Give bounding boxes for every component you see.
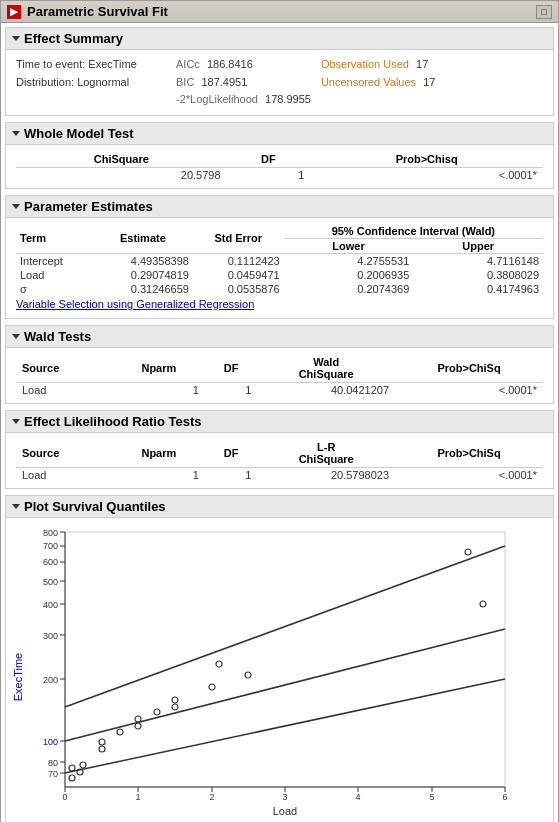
y-axis-label: ExecTime bbox=[12, 653, 24, 702]
wm-val-chisq: 20.5798 bbox=[16, 167, 227, 182]
bic-val: 187.4951 bbox=[201, 76, 247, 88]
pe-term: Intercept bbox=[16, 253, 93, 268]
wald-tests-toggle[interactable] bbox=[12, 334, 20, 339]
whole-model-section: Whole Model Test ChiSquare DF Prob>Chisq… bbox=[5, 122, 554, 189]
pe-upper: 0.3808029 bbox=[413, 268, 543, 282]
whole-model-title: Whole Model Test bbox=[24, 126, 134, 141]
wt-col-source: Source bbox=[16, 354, 113, 383]
wald-tests-table: Source Nparm DF WaldChiSquare Prob>ChiSq… bbox=[16, 354, 543, 397]
pe-upper: 4.7116148 bbox=[413, 253, 543, 268]
bic-row: BIC 187.4951 bbox=[176, 74, 311, 92]
pe-lower: 0.2074369 bbox=[284, 282, 414, 296]
wm-col-df: DF bbox=[227, 151, 311, 168]
window-icon: ▶ bbox=[7, 5, 21, 19]
survival-chart: ExecTime 800 700 bbox=[10, 522, 530, 822]
time-label: Time to event: ExecTime bbox=[16, 56, 166, 74]
aicc-label: AICc bbox=[176, 58, 200, 70]
pe-upper: 0.4174963 bbox=[413, 282, 543, 296]
effect-lr-title: Effect Likelihood Ratio Tests bbox=[24, 414, 201, 429]
whole-model-body: ChiSquare DF Prob>Chisq 20.5798 1 <.0001… bbox=[6, 145, 553, 188]
svg-text:6: 6 bbox=[502, 792, 507, 802]
svg-text:600: 600 bbox=[43, 557, 58, 567]
plot-title: Plot Survival Quantiles bbox=[24, 499, 166, 514]
param-estimates-table: Term Estimate Std Error 95% Confidence I… bbox=[16, 224, 543, 296]
info-right: Observation Used 17 Uncensored Values 17 bbox=[321, 56, 436, 109]
lr-col-chisq: L-RChiSquare bbox=[257, 439, 395, 468]
svg-text:100: 100 bbox=[43, 737, 58, 747]
uncensored-val: 17 bbox=[423, 76, 435, 88]
pe-stderr: 0.0459471 bbox=[193, 268, 284, 282]
pe-estimate: 4.49358398 bbox=[93, 253, 193, 268]
title-bar: ▶ Parametric Survival Fit □ bbox=[1, 1, 558, 23]
whole-model-table: ChiSquare DF Prob>Chisq 20.5798 1 <.0001… bbox=[16, 151, 543, 182]
obs-row: Observation Used 17 bbox=[321, 56, 436, 74]
svg-text:1: 1 bbox=[135, 792, 140, 802]
effect-lr-header[interactable]: Effect Likelihood Ratio Tests bbox=[6, 411, 553, 433]
x-axis-label: Load bbox=[273, 805, 297, 817]
whole-model-toggle[interactable] bbox=[12, 131, 20, 136]
pe-col-term: Term bbox=[16, 224, 93, 254]
main-content: Effect Summary Time to event: ExecTime D… bbox=[1, 23, 558, 822]
lr-prob: <.0001* bbox=[395, 467, 543, 482]
wt-col-nparm: Nparm bbox=[113, 354, 205, 383]
plot-section: Plot Survival Quantiles ExecTime bbox=[5, 495, 554, 822]
wt-col-df: DF bbox=[205, 354, 257, 383]
effect-summary-header[interactable]: Effect Summary bbox=[6, 28, 553, 50]
plot-toggle[interactable] bbox=[12, 504, 20, 509]
var-selection-link[interactable]: Variable Selection using Generalized Reg… bbox=[16, 296, 254, 312]
wt-nparm: 1 bbox=[113, 382, 205, 397]
wm-col-prob: Prob>Chisq bbox=[310, 151, 543, 168]
pe-estimate: 0.31246659 bbox=[93, 282, 193, 296]
pe-estimate: 0.29074819 bbox=[93, 268, 193, 282]
wm-val-prob: <.0001* bbox=[310, 167, 543, 182]
param-estimates-toggle[interactable] bbox=[12, 204, 20, 209]
svg-text:5: 5 bbox=[429, 792, 434, 802]
aicc-val: 186.8416 bbox=[207, 58, 253, 70]
wt-chisq: 40.0421207 bbox=[257, 382, 395, 397]
svg-text:500: 500 bbox=[43, 577, 58, 587]
svg-text:4: 4 bbox=[355, 792, 360, 802]
whole-model-header[interactable]: Whole Model Test bbox=[6, 123, 553, 145]
dist-label: Distribution: Lognormal bbox=[16, 74, 166, 92]
wald-tests-body: Source Nparm DF WaldChiSquare Prob>ChiSq… bbox=[6, 348, 553, 403]
pe-lower: 0.2006935 bbox=[284, 268, 414, 282]
lr-df: 1 bbox=[205, 467, 257, 482]
lr-source: Load bbox=[16, 467, 113, 482]
svg-text:400: 400 bbox=[43, 600, 58, 610]
param-estimates-header[interactable]: Parameter Estimates bbox=[6, 196, 553, 218]
table-row: Load 1 1 40.0421207 <.0001* bbox=[16, 382, 543, 397]
pe-col-lower: Lower bbox=[284, 238, 414, 253]
lr-col-df: DF bbox=[205, 439, 257, 468]
param-estimates-body: Term Estimate Std Error 95% Confidence I… bbox=[6, 218, 553, 318]
window-title: Parametric Survival Fit bbox=[27, 4, 530, 19]
effect-summary-toggle[interactable] bbox=[12, 36, 20, 41]
svg-text:80: 80 bbox=[48, 758, 58, 768]
pe-term: Load bbox=[16, 268, 93, 282]
effect-summary-title: Effect Summary bbox=[24, 31, 123, 46]
lr-col-prob: Prob>ChiSq bbox=[395, 439, 543, 468]
effect-lr-toggle[interactable] bbox=[12, 419, 20, 424]
svg-text:700: 700 bbox=[43, 541, 58, 551]
param-estimates-title: Parameter Estimates bbox=[24, 199, 153, 214]
effect-summary-info: Time to event: ExecTime Distribution: Lo… bbox=[16, 56, 543, 109]
obs-label: Observation Used bbox=[321, 58, 409, 70]
param-estimates-section: Parameter Estimates Term Estimate Std Er… bbox=[5, 195, 554, 319]
svg-text:200: 200 bbox=[43, 675, 58, 685]
pe-col-estimate: Estimate bbox=[93, 224, 193, 254]
window-close-btn[interactable]: □ bbox=[536, 5, 552, 19]
wald-tests-header[interactable]: Wald Tests bbox=[6, 326, 553, 348]
svg-text:0: 0 bbox=[62, 792, 67, 802]
wm-col-chisq: ChiSquare bbox=[16, 151, 227, 168]
effect-lr-body: Source Nparm DF L-RChiSquare Prob>ChiSq … bbox=[6, 433, 553, 488]
uncensored-row: Uncensored Values 17 bbox=[321, 74, 436, 92]
effect-summary-body: Time to event: ExecTime Distribution: Lo… bbox=[6, 50, 553, 115]
wt-col-prob: Prob>ChiSq bbox=[395, 354, 543, 383]
main-window: ▶ Parametric Survival Fit □ Effect Summa… bbox=[0, 0, 559, 822]
plot-header[interactable]: Plot Survival Quantiles bbox=[6, 496, 553, 518]
lr-col-source: Source bbox=[16, 439, 113, 468]
wald-tests-title: Wald Tests bbox=[24, 329, 91, 344]
log-val: 178.9955 bbox=[265, 93, 311, 105]
bic-label: BIC bbox=[176, 76, 194, 88]
log-label: -2*LogLikelihood bbox=[176, 93, 258, 105]
wt-prob: <.0001* bbox=[395, 382, 543, 397]
